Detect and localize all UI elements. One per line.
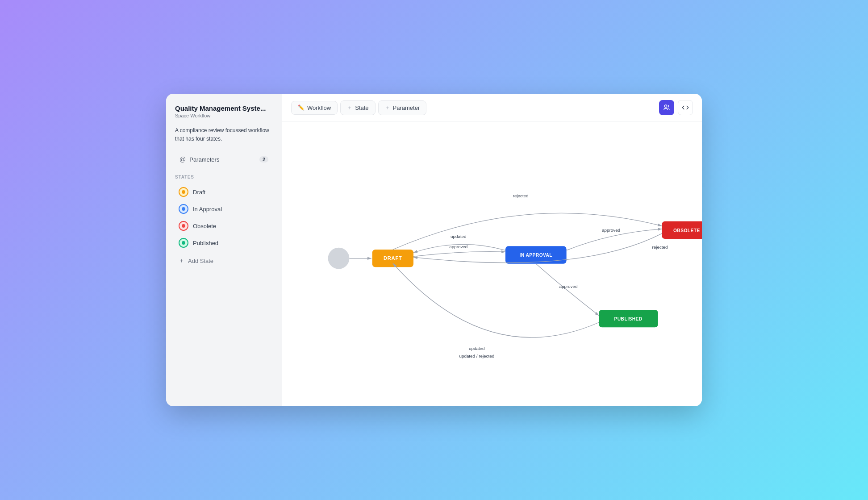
svg-text:IN APPROVAL: IN APPROVAL <box>519 253 552 258</box>
state-item-inapproval[interactable]: In Approval <box>175 201 273 217</box>
users-icon-button[interactable] <box>659 100 674 115</box>
svg-text:rejected: rejected <box>652 245 668 250</box>
draft-icon <box>179 187 188 197</box>
at-icon: @ <box>179 156 186 163</box>
workflow-label: Workflow <box>307 104 331 111</box>
svg-text:updated / rejected: updated / rejected <box>459 354 495 358</box>
obsolete-icon <box>179 221 188 231</box>
plus-state-icon: ＋ <box>347 104 352 112</box>
svg-text:DRAFT: DRAFT <box>384 255 402 261</box>
toolbar: ✏️ Workflow ＋ State ＋ Parameter <box>282 94 702 122</box>
parameters-label: Parameters <box>189 156 256 163</box>
state-label-obsolete: Obsolete <box>193 223 216 229</box>
state-label-draft: Draft <box>193 189 205 196</box>
svg-text:PUBLISHED: PUBLISHED <box>614 317 643 321</box>
state-item-published[interactable]: Published <box>175 235 273 251</box>
workflow-button[interactable]: ✏️ Workflow <box>291 101 338 115</box>
svg-text:approved: approved <box>559 284 577 289</box>
svg-text:approved: approved <box>602 228 620 233</box>
toolbar-right <box>659 100 693 115</box>
svg-point-0 <box>664 105 667 107</box>
sidebar-title: Quality Management Syste... <box>175 104 273 112</box>
svg-text:OBSOLETE: OBSOLETE <box>673 228 700 233</box>
inapproval-icon <box>179 204 188 214</box>
svg-text:updated: updated <box>451 234 466 239</box>
sidebar-subtitle: Space Workflow <box>175 113 273 118</box>
workflow-diagram-main: DRAFT IN APPROVAL PUBLISHED OBSOLETE app… <box>282 122 702 406</box>
sidebar-description: A compliance review focussed workflow th… <box>175 126 273 143</box>
parameters-row[interactable]: @ Parameters 2 <box>175 152 273 167</box>
sidebar: Quality Management Syste... Space Workfl… <box>166 94 282 406</box>
state-item-obsolete[interactable]: Obsolete <box>175 218 273 234</box>
published-icon <box>179 238 188 248</box>
diagram-area[interactable]: DRAFT IN APPROVAL PUBLISHED OBSOLETE app… <box>282 122 702 406</box>
content-area: ✏️ Workflow ＋ State ＋ Parameter <box>282 94 702 406</box>
initial-circle <box>328 248 350 269</box>
state-label: State <box>355 104 368 111</box>
app-window: Quality Management Syste... Space Workfl… <box>166 94 702 406</box>
parameter-button[interactable]: ＋ Parameter <box>378 100 427 115</box>
state-item-draft[interactable]: Draft <box>175 184 273 200</box>
code-icon-button[interactable] <box>678 100 693 115</box>
state-button[interactable]: ＋ State <box>340 100 375 115</box>
add-state-label: Add State <box>188 258 213 264</box>
state-label-published: Published <box>193 240 218 246</box>
parameters-count: 2 <box>259 156 268 162</box>
states-section-label: STATES <box>175 175 273 179</box>
state-label-inapproval: In Approval <box>193 206 222 212</box>
plus-icon: ＋ <box>179 257 184 265</box>
svg-text:updated: updated <box>469 346 484 351</box>
svg-text:rejected: rejected <box>513 193 529 198</box>
plus-param-icon: ＋ <box>385 104 390 112</box>
add-state-button[interactable]: ＋ Add State <box>175 254 273 268</box>
parameter-label: Parameter <box>393 104 420 111</box>
main-layout: Quality Management Syste... Space Workfl… <box>166 94 702 406</box>
pencil-icon: ✏️ <box>298 104 305 111</box>
